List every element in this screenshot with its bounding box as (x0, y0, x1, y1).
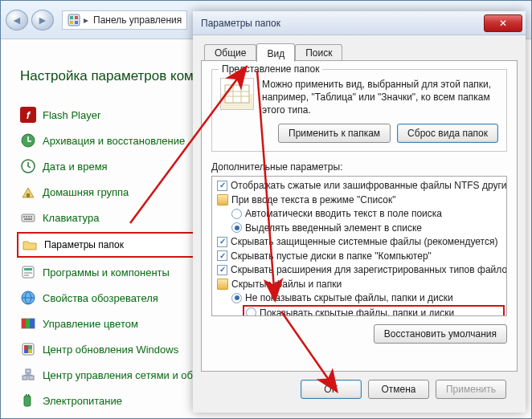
control-panel-item-label: Свойства обозревателя (43, 292, 158, 304)
breadcrumb-label: Панель управления (93, 14, 182, 26)
folder-icon (217, 194, 228, 205)
clock-icon (20, 158, 36, 174)
control-panel-item-label: Управление цветом (43, 318, 138, 330)
svg-rect-2 (75, 16, 78, 19)
tree-row-label: Скрытые файлы и папки (231, 279, 342, 290)
radio-button[interactable] (231, 293, 242, 303)
svg-rect-36 (225, 85, 249, 103)
dialog-titlebar[interactable]: Параметры папок ✕ (193, 11, 526, 35)
svg-rect-34 (26, 394, 27, 397)
breadcrumb[interactable]: ▸ Панель управления (62, 10, 187, 30)
svg-rect-3 (70, 21, 73, 24)
tree-row-label: Скрывать пустые диски в папке "Компьютер… (231, 250, 432, 262)
backup-icon (20, 132, 36, 148)
svg-rect-22 (22, 319, 26, 328)
tree-row[interactable]: Скрывать пустые диски в папке "Компьютер… (214, 249, 505, 263)
tree-row-label: Отображать сжатые или зашифрованные файл… (231, 180, 507, 191)
tree-row-label: Не показывать скрытые файлы, папки и дис… (245, 292, 453, 303)
svg-rect-28 (24, 349, 28, 353)
advanced-settings-tree[interactable]: Отображать сжатые или зашифрованные файл… (211, 176, 507, 316)
restore-defaults-button[interactable]: Восстановить умолчания (374, 324, 507, 344)
control-panel-item-label: Клавиатура (43, 212, 99, 224)
update-icon (20, 341, 36, 357)
control-panel-item-label: Домашняя группа (43, 186, 129, 198)
color-icon (20, 315, 36, 332)
tree-row-label: Показывать скрытые файлы, папки и диски (260, 307, 454, 316)
programs-icon (20, 264, 36, 280)
svg-rect-19 (24, 275, 29, 276)
tree-row[interactable]: Отображать сжатые или зашифрованные файл… (214, 179, 505, 193)
svg-rect-27 (28, 345, 32, 349)
flash-icon: f (20, 107, 36, 123)
apply-to-folders-button[interactable]: Применить к папкам (278, 124, 391, 143)
folder-options-dialog: Параметры папок ✕ Общие Вид Поиск Предст… (193, 11, 526, 413)
tree-row-label: Скрывать защищенные системные файлы (рек… (231, 236, 497, 247)
control-panel-item-label: Центр обновления Windows (43, 344, 178, 356)
folder-icon (22, 237, 38, 253)
tree-row[interactable]: Скрывать расширения для зарегистрированн… (214, 263, 505, 278)
control-panel-icon (68, 14, 80, 26)
svg-rect-26 (24, 345, 28, 349)
reset-folder-view-button[interactable]: Сброс вида папок (397, 124, 498, 143)
apply-button[interactable]: Применить (436, 380, 506, 399)
tree-row[interactable]: Скрывать защищенные системные файлы (рек… (214, 235, 505, 250)
svg-rect-29 (28, 349, 32, 353)
control-panel-item-label: Программы и компоненты (43, 266, 170, 279)
dialog-title: Параметры папок (201, 18, 280, 29)
svg-rect-15 (24, 218, 32, 220)
tab-general[interactable]: Общие (204, 44, 256, 61)
ok-button[interactable]: OK (301, 380, 362, 399)
breadcrumb-arrow-icon: ▸ (84, 14, 88, 26)
tree-row[interactable]: Выделять введенный элемент в списке (214, 221, 505, 235)
tree-row-label: Скрывать расширения для зарегистрированн… (231, 264, 507, 275)
tree-row[interactable]: Показывать скрытые файлы, папки и диски (243, 305, 505, 316)
svg-rect-1 (70, 16, 73, 19)
svg-rect-32 (26, 369, 31, 373)
checkbox[interactable] (217, 265, 227, 275)
cancel-button[interactable]: Отмена (368, 380, 429, 399)
close-icon: ✕ (499, 18, 507, 29)
power-icon (20, 393, 36, 409)
control-panel-item-label: Flash Player (43, 109, 100, 121)
radio-button[interactable] (246, 307, 256, 316)
nav-forward-button[interactable]: ► (31, 10, 54, 31)
svg-rect-9 (27, 193, 30, 197)
folder-icon (217, 279, 228, 290)
svg-rect-10 (22, 214, 35, 222)
svg-rect-4 (75, 21, 78, 24)
svg-rect-23 (26, 319, 30, 328)
nav-back-button[interactable]: ◄ (6, 10, 28, 31)
tree-row[interactable]: Скрытые файлы и папки (214, 277, 505, 291)
radio-button[interactable] (231, 209, 242, 219)
close-button[interactable]: ✕ (484, 14, 522, 32)
keyboard-icon (20, 210, 36, 226)
tree-row-label: Выделять введенный элемент в списке (245, 222, 422, 234)
control-panel-item-label: Дата и время (43, 161, 108, 173)
svg-rect-13 (28, 216, 30, 218)
checkbox[interactable] (217, 250, 227, 261)
checkbox[interactable] (217, 237, 227, 247)
tree-row[interactable]: Не показывать скрытые файлы, папки и дис… (214, 291, 505, 306)
tree-row[interactable]: При вводе текста в режиме "Список" (214, 193, 505, 207)
svg-rect-31 (29, 376, 34, 380)
svg-rect-33 (24, 396, 31, 406)
svg-rect-11 (23, 216, 25, 218)
tree-row[interactable]: Автоматически вводить текст в поле поиск… (214, 207, 505, 222)
svg-rect-35 (28, 394, 30, 397)
advanced-label: Дополнительные параметры: (211, 161, 507, 173)
radio-button[interactable] (231, 222, 242, 233)
internet-icon (20, 290, 36, 306)
representation-legend: Представление папок (219, 63, 322, 75)
svg-rect-24 (30, 319, 35, 328)
tab-search[interactable]: Поиск (295, 44, 342, 61)
svg-rect-17 (24, 268, 32, 271)
svg-rect-30 (23, 376, 27, 380)
representation-group: Представление папок Можно применить вид,… (211, 69, 507, 152)
svg-rect-14 (31, 216, 32, 218)
representation-text: Можно применить вид, выбранный для этой … (262, 78, 498, 117)
homegroup-icon (20, 184, 36, 200)
checkbox[interactable] (217, 181, 227, 191)
tree-row-label: При вводе текста в режиме "Список" (231, 194, 396, 205)
tab-view[interactable]: Вид (256, 43, 295, 62)
svg-rect-12 (26, 216, 27, 218)
